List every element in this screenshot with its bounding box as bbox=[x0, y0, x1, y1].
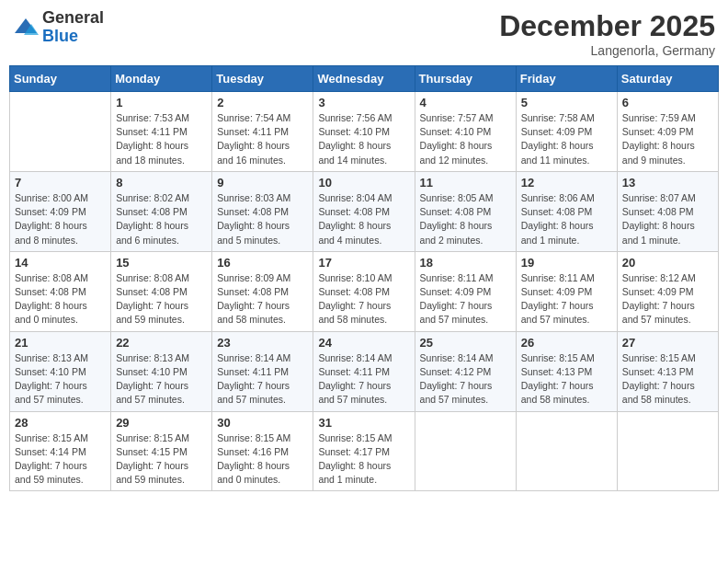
day-cell: 11Sunrise: 8:05 AM Sunset: 4:08 PM Dayli… bbox=[415, 171, 516, 251]
day-cell bbox=[415, 411, 516, 491]
day-cell: 2Sunrise: 7:54 AM Sunset: 4:11 PM Daylig… bbox=[212, 92, 313, 172]
day-cell: 12Sunrise: 8:06 AM Sunset: 4:08 PM Dayli… bbox=[516, 171, 617, 251]
weekday-header-thursday: Thursday bbox=[415, 66, 516, 92]
week-row-3: 14Sunrise: 8:08 AM Sunset: 4:08 PM Dayli… bbox=[10, 251, 719, 331]
day-cell: 1Sunrise: 7:53 AM Sunset: 4:11 PM Daylig… bbox=[111, 92, 212, 172]
day-number: 7 bbox=[15, 176, 106, 190]
day-cell: 7Sunrise: 8:00 AM Sunset: 4:09 PM Daylig… bbox=[10, 171, 111, 251]
day-number: 31 bbox=[318, 416, 409, 430]
weekday-header-monday: Monday bbox=[111, 66, 212, 92]
day-number: 10 bbox=[318, 176, 409, 190]
weekday-header-friday: Friday bbox=[516, 66, 617, 92]
day-cell: 5Sunrise: 7:58 AM Sunset: 4:09 PM Daylig… bbox=[516, 92, 617, 172]
week-row-2: 7Sunrise: 8:00 AM Sunset: 4:09 PM Daylig… bbox=[10, 171, 719, 251]
day-cell: 16Sunrise: 8:09 AM Sunset: 4:08 PM Dayli… bbox=[212, 251, 313, 331]
day-cell: 27Sunrise: 8:15 AM Sunset: 4:13 PM Dayli… bbox=[617, 331, 718, 411]
day-info: Sunrise: 8:14 AM Sunset: 4:11 PM Dayligh… bbox=[217, 351, 308, 408]
day-cell: 6Sunrise: 7:59 AM Sunset: 4:09 PM Daylig… bbox=[617, 92, 718, 172]
day-info: Sunrise: 8:08 AM Sunset: 4:08 PM Dayligh… bbox=[15, 271, 106, 327]
day-number: 13 bbox=[622, 176, 713, 190]
day-cell: 30Sunrise: 8:15 AM Sunset: 4:16 PM Dayli… bbox=[212, 411, 313, 491]
day-number: 30 bbox=[217, 416, 308, 430]
day-info: Sunrise: 8:05 AM Sunset: 4:08 PM Dayligh… bbox=[420, 191, 511, 247]
day-number: 9 bbox=[217, 176, 308, 190]
day-number: 27 bbox=[622, 336, 713, 350]
day-number: 5 bbox=[521, 96, 612, 109]
weekday-header-tuesday: Tuesday bbox=[212, 66, 313, 92]
logo-text: General Blue bbox=[42, 9, 104, 46]
day-number: 1 bbox=[116, 96, 207, 109]
day-number: 25 bbox=[420, 336, 511, 350]
day-info: Sunrise: 7:57 AM Sunset: 4:10 PM Dayligh… bbox=[420, 111, 511, 167]
day-cell: 25Sunrise: 8:14 AM Sunset: 4:12 PM Dayli… bbox=[415, 331, 516, 411]
day-number: 3 bbox=[318, 96, 409, 109]
day-info: Sunrise: 8:12 AM Sunset: 4:09 PM Dayligh… bbox=[622, 271, 713, 327]
day-info: Sunrise: 7:59 AM Sunset: 4:09 PM Dayligh… bbox=[622, 111, 713, 167]
day-cell: 13Sunrise: 8:07 AM Sunset: 4:08 PM Dayli… bbox=[617, 171, 718, 251]
day-number: 18 bbox=[420, 256, 511, 270]
day-cell: 21Sunrise: 8:13 AM Sunset: 4:10 PM Dayli… bbox=[10, 331, 111, 411]
logo-icon bbox=[13, 15, 39, 40]
day-number: 15 bbox=[116, 256, 207, 270]
day-cell bbox=[617, 411, 718, 491]
weekday-header-wednesday: Wednesday bbox=[313, 66, 415, 92]
day-info: Sunrise: 8:07 AM Sunset: 4:08 PM Dayligh… bbox=[622, 191, 713, 247]
day-info: Sunrise: 8:03 AM Sunset: 4:08 PM Dayligh… bbox=[217, 191, 308, 247]
day-number: 11 bbox=[420, 176, 511, 190]
weekday-header-row: SundayMondayTuesdayWednesdayThursdayFrid… bbox=[10, 66, 719, 92]
day-info: Sunrise: 8:08 AM Sunset: 4:08 PM Dayligh… bbox=[116, 271, 207, 327]
day-info: Sunrise: 7:54 AM Sunset: 4:11 PM Dayligh… bbox=[217, 111, 308, 167]
day-number: 21 bbox=[15, 336, 106, 350]
week-row-5: 28Sunrise: 8:15 AM Sunset: 4:14 PM Dayli… bbox=[10, 411, 719, 491]
day-info: Sunrise: 8:15 AM Sunset: 4:17 PM Dayligh… bbox=[318, 431, 409, 488]
day-info: Sunrise: 8:00 AM Sunset: 4:09 PM Dayligh… bbox=[15, 191, 106, 247]
day-info: Sunrise: 8:13 AM Sunset: 4:10 PM Dayligh… bbox=[116, 351, 207, 408]
day-number: 26 bbox=[521, 336, 612, 350]
day-cell bbox=[516, 411, 617, 491]
day-cell: 17Sunrise: 8:10 AM Sunset: 4:08 PM Dayli… bbox=[313, 251, 415, 331]
day-cell: 15Sunrise: 8:08 AM Sunset: 4:08 PM Dayli… bbox=[111, 251, 212, 331]
day-number: 28 bbox=[15, 416, 106, 430]
day-info: Sunrise: 8:09 AM Sunset: 4:08 PM Dayligh… bbox=[217, 271, 308, 327]
title-section: December 2025 Langenorla, Germany bbox=[499, 9, 715, 58]
day-number: 12 bbox=[521, 176, 612, 190]
day-number: 23 bbox=[217, 336, 308, 350]
day-info: Sunrise: 8:15 AM Sunset: 4:15 PM Dayligh… bbox=[116, 431, 207, 488]
day-cell bbox=[10, 92, 111, 172]
day-info: Sunrise: 8:14 AM Sunset: 4:11 PM Dayligh… bbox=[318, 351, 409, 408]
week-row-4: 21Sunrise: 8:13 AM Sunset: 4:10 PM Dayli… bbox=[10, 331, 719, 411]
day-info: Sunrise: 8:15 AM Sunset: 4:13 PM Dayligh… bbox=[521, 351, 612, 408]
day-info: Sunrise: 7:53 AM Sunset: 4:11 PM Dayligh… bbox=[116, 111, 207, 167]
day-cell: 29Sunrise: 8:15 AM Sunset: 4:15 PM Dayli… bbox=[111, 411, 212, 491]
day-info: Sunrise: 7:56 AM Sunset: 4:10 PM Dayligh… bbox=[318, 111, 409, 167]
day-cell: 14Sunrise: 8:08 AM Sunset: 4:08 PM Dayli… bbox=[10, 251, 111, 331]
day-cell: 22Sunrise: 8:13 AM Sunset: 4:10 PM Dayli… bbox=[111, 331, 212, 411]
day-cell: 23Sunrise: 8:14 AM Sunset: 4:11 PM Dayli… bbox=[212, 331, 313, 411]
week-row-1: 1Sunrise: 7:53 AM Sunset: 4:11 PM Daylig… bbox=[10, 92, 719, 172]
location-text: Langenorla, Germany bbox=[499, 43, 715, 58]
day-info: Sunrise: 8:14 AM Sunset: 4:12 PM Dayligh… bbox=[420, 351, 511, 408]
day-cell: 20Sunrise: 8:12 AM Sunset: 4:09 PM Dayli… bbox=[617, 251, 718, 331]
day-info: Sunrise: 8:15 AM Sunset: 4:13 PM Dayligh… bbox=[622, 351, 713, 408]
calendar-table: SundayMondayTuesdayWednesdayThursdayFrid… bbox=[9, 65, 719, 491]
day-info: Sunrise: 7:58 AM Sunset: 4:09 PM Dayligh… bbox=[521, 111, 612, 167]
day-info: Sunrise: 8:15 AM Sunset: 4:16 PM Dayligh… bbox=[217, 431, 308, 488]
day-number: 29 bbox=[116, 416, 207, 430]
day-number: 2 bbox=[217, 96, 308, 109]
day-cell: 24Sunrise: 8:14 AM Sunset: 4:11 PM Dayli… bbox=[313, 331, 415, 411]
day-cell: 18Sunrise: 8:11 AM Sunset: 4:09 PM Dayli… bbox=[415, 251, 516, 331]
day-number: 16 bbox=[217, 256, 308, 270]
month-title: December 2025 bbox=[499, 9, 715, 43]
day-number: 14 bbox=[15, 256, 106, 270]
day-cell: 10Sunrise: 8:04 AM Sunset: 4:08 PM Dayli… bbox=[313, 171, 415, 251]
day-number: 22 bbox=[116, 336, 207, 350]
logo-general-text: General bbox=[42, 9, 104, 28]
day-number: 24 bbox=[318, 336, 409, 350]
weekday-header-sunday: Sunday bbox=[10, 66, 111, 92]
day-cell: 4Sunrise: 7:57 AM Sunset: 4:10 PM Daylig… bbox=[415, 92, 516, 172]
day-info: Sunrise: 8:10 AM Sunset: 4:08 PM Dayligh… bbox=[318, 271, 409, 327]
day-cell: 26Sunrise: 8:15 AM Sunset: 4:13 PM Dayli… bbox=[516, 331, 617, 411]
day-info: Sunrise: 8:02 AM Sunset: 4:08 PM Dayligh… bbox=[116, 191, 207, 247]
day-info: Sunrise: 8:11 AM Sunset: 4:09 PM Dayligh… bbox=[521, 271, 612, 327]
day-number: 8 bbox=[116, 176, 207, 190]
